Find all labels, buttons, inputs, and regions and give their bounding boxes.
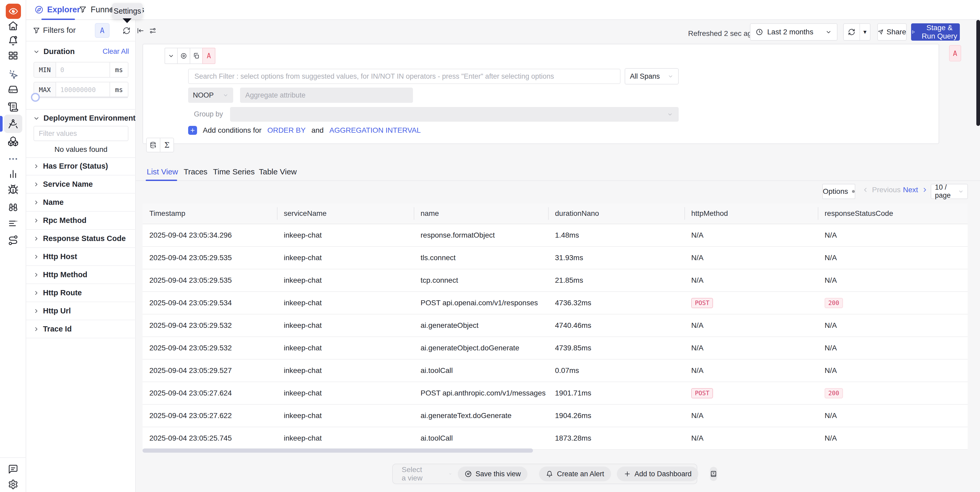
table-row[interactable]: 2025-09-04 23:05:29.535inkeep-chattcp.co… [143,269,968,292]
filter-section-http-method[interactable]: Http Method [26,266,136,284]
table-row[interactable]: 2025-09-04 23:05:29.534inkeep-chatPOST a… [143,292,968,315]
filters-query-badge[interactable]: A [95,23,110,38]
duration-section-header[interactable]: Duration Clear All [26,47,136,56]
table-row[interactable]: 2025-09-04 23:05:27.624inkeep-chatPOST a… [143,382,968,405]
duration-min-input[interactable] [56,62,110,77]
copy-query-button[interactable] [190,48,203,64]
cell-method: POST [684,388,818,398]
floating-query-letter-badge[interactable]: A [949,45,961,61]
save-view-button[interactable]: Save this view [458,466,528,481]
view-tab-list-view[interactable]: List View [147,167,178,176]
table-row[interactable]: 2025-09-04 23:05:29.532inkeep-chatai.gen… [143,337,968,359]
filter-section-has-error-status-[interactable]: Has Error (Status) [26,157,136,176]
aggregate-operator-select[interactable]: NOOP [188,88,233,103]
refresh-button[interactable] [844,24,860,40]
table-header-row: TimestampserviceNamenamedurationNanohttp… [143,203,968,224]
rail-billing[interactable] [0,214,26,233]
cell-status: N/A [818,366,968,375]
filter-section-name[interactable]: Name [26,193,136,212]
collapse-query-button[interactable] [165,48,178,64]
rail-traces[interactable] [0,115,26,133]
rail-messaging-queues[interactable] [0,132,26,150]
rail-exceptions[interactable] [0,181,26,199]
chevron-down-icon [223,92,229,98]
disc-icon [180,53,187,59]
aggregation-interval-link[interactable]: AGGREGATION INTERVAL [329,126,421,134]
filter-section-http-route[interactable]: Http Route [26,284,136,302]
docs-book-button[interactable] [710,467,717,481]
rail-service-map[interactable] [0,198,26,216]
collapsed-filter-sections: Has Error (Status)Service NameNameRpc Me… [26,157,136,338]
rail-infrastructure[interactable] [0,80,26,99]
clear-all-link[interactable]: Clear All [102,48,129,56]
chevron-right-icon [33,163,39,169]
stage-run-query-button[interactable]: Stage & Run Query [911,23,960,41]
disable-query-button[interactable] [177,48,190,64]
filter-section-label: Trace Id [43,325,72,333]
tab-explorer[interactable]: Explorer [35,0,80,19]
search-filter-input[interactable] [188,69,620,84]
cell-name: ai.toolCall [414,366,548,375]
query-letter-badge[interactable]: A [202,48,215,64]
chevron-right-icon [33,199,39,206]
query-toolbar: A [165,48,215,64]
page-size-select[interactable]: 10 / page [931,184,968,199]
options-button[interactable]: Options [822,184,855,199]
order-by-link[interactable]: ORDER BY [267,126,305,134]
min-unit: ms [110,62,128,77]
next-page-button[interactable]: Next [903,186,928,194]
table-row[interactable]: 2025-09-04 23:05:29.532inkeep-chatai.gen… [143,315,968,337]
table-body: 2025-09-04 23:05:34.296inkeep-chatrespon… [143,224,968,450]
time-range-dropdown[interactable]: Last 2 months [750,23,837,41]
table-row[interactable]: 2025-09-04 23:05:27.622inkeep-chatai.gen… [143,405,968,427]
horizontal-scrollbar[interactable] [143,449,533,453]
create-alert-button[interactable]: Create an Alert [539,466,611,481]
view-tab-time-series[interactable]: Time Series [213,167,255,176]
column-header-responsestatuscode: responseStatusCode [818,209,968,218]
add-formula-button[interactable]: Σ [160,138,174,152]
duration-slider-track[interactable] [34,96,128,98]
table-row[interactable]: 2025-09-04 23:05:29.535inkeep-chattls.co… [143,247,968,269]
chevron-right-icon [33,290,39,296]
duration-max-input[interactable] [56,82,110,97]
select-view-dropdown[interactable]: Select a view [402,465,452,482]
view-tab-traces[interactable]: Traces [184,167,208,176]
previous-page-button[interactable]: Previous [862,186,900,194]
add-query-button[interactable] [146,138,161,152]
collapse-sidebar-icon[interactable] [136,27,144,35]
aggregate-attribute-input[interactable]: Aggregate attribute [240,88,413,103]
refresh-options-caret[interactable]: ▼ [860,29,870,35]
table-row[interactable]: 2025-09-04 23:05:34.296inkeep-chatrespon… [143,224,968,247]
cell-status: N/A [818,434,968,442]
add-condition-button[interactable] [188,126,197,135]
filter-settings-icon[interactable] [149,27,157,35]
and-text: and [311,126,324,134]
rail-logs[interactable] [0,98,26,116]
settings-tooltip-text: Settings [114,7,141,16]
share-button[interactable]: Share [877,23,907,41]
add-to-dashboard-button[interactable]: Add to Dashboard [617,466,698,481]
chevron-down-icon [33,48,40,55]
rail-dashboards[interactable] [0,46,26,65]
vertical-scrollbar[interactable] [976,20,980,126]
sync-filters-icon[interactable] [123,27,130,35]
group-by-select[interactable] [230,107,679,122]
chevron-down-icon [168,53,174,59]
deployment-env-section-header[interactable]: Deployment Environment [26,114,136,123]
filter-section-service-name[interactable]: Service Name [26,176,136,193]
filter-section-http-host[interactable]: Http Host [26,248,136,266]
deployment-env-filter-input[interactable] [33,126,128,141]
rail-integrations[interactable] [0,231,26,249]
duration-slider-handle[interactable] [31,93,40,102]
cell-method: N/A [684,366,818,375]
rail-settings-gear-icon[interactable] [0,475,26,492]
table-row[interactable]: 2025-09-04 23:05:25.745inkeep-chatai.too… [143,427,968,450]
view-tab-table-view[interactable]: Table View [259,167,297,176]
table-row[interactable]: 2025-09-04 23:05:29.527inkeep-chatai.too… [143,359,968,382]
http-method-badge: POST [691,298,713,308]
filter-section-http-url[interactable]: Http Url [26,302,136,320]
filter-section-trace-id[interactable]: Trace Id [26,320,136,338]
filter-section-response-status-code[interactable]: Response Status Code [26,230,136,248]
span-scope-dropdown[interactable]: All Spans [625,68,679,85]
filter-section-rpc-method[interactable]: Rpc Method [26,212,136,230]
